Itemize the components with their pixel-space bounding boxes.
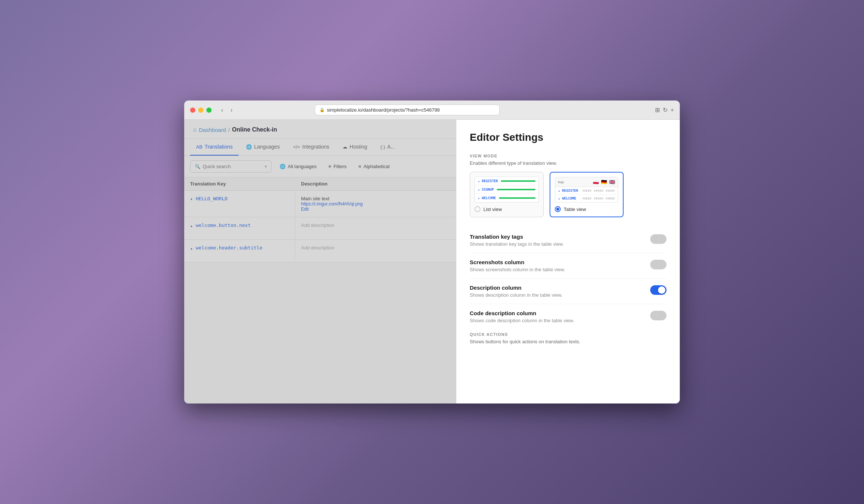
setting-desc-description: Shows description column in the table vi… [470,292,650,298]
list-view-option[interactable]: ▴ REGISTER ▴ SIGNUP ▴ WELCOME [470,172,544,217]
view-mode-options: ▴ REGISTER ▴ SIGNUP ▴ WELCOME [470,172,666,217]
setting-row-tags: Translation key tags Shows translation k… [470,228,666,253]
browser-actions: ⊞ ↻ + [655,106,674,113]
setting-name-code-desc: Code description column [470,310,650,316]
quick-actions-section: QUICK ACTIONS Shows buttons for quick ac… [470,332,666,344]
list-key-signup: ▴ SIGNUP [478,188,494,191]
hosting-tab-icon: ☁ [342,144,347,150]
traffic-lights [190,108,212,113]
table-row: ▴ welcome.header.subtitle Add descriptio… [184,240,456,262]
table-view-label: Table view [564,207,586,212]
expand-icon: ▾ [190,197,193,202]
radio-dot [556,208,559,211]
table-row: ▴ welcome.button.next Add description [184,217,456,240]
cell-desc-welcome-header-subtitle[interactable]: Add description [295,240,456,262]
tbl-key-header: Key [558,180,564,184]
tab-integrations-label: Integrations [302,144,329,150]
list-preview-row: ▴ SIGNUP [475,185,539,194]
tab-hosting[interactable]: ☁ Hosting [337,139,373,156]
list-view-radio[interactable]: List view [475,206,539,212]
list-view-radio-circle [475,206,480,212]
table-preview-header: Key 🇵🇱 🇩🇪 🇬🇧 [555,177,618,187]
forward-button[interactable]: › [228,106,234,114]
table-preview: Key 🇵🇱 🇩🇪 🇬🇧 ▴ REGISTER [555,177,618,202]
new-tab-button[interactable]: + [671,107,674,113]
toggle-knob-description [658,286,665,294]
list-bar-register [501,180,536,182]
search-box[interactable]: 🔍 ▾ [190,160,271,173]
table-view-radio[interactable]: Table view [555,206,618,212]
setting-name-screenshots: Screenshots column [470,259,650,265]
breadcrumb: ⌂ Dashboard / Online Check-in [184,120,456,139]
setting-name-description: Description column [470,285,650,291]
tab-auto-label: A... [387,144,395,150]
setting-info-code-desc: Code description column Shows code descr… [470,310,650,323]
list-preview-row: ▴ WELCOME [475,194,539,202]
auto-tab-icon: (·) [381,144,385,150]
minimize-button[interactable] [198,108,203,113]
key-label-hello-world: HELLO_WORLD [196,196,227,201]
filters-button[interactable]: ≡ Filters [325,161,350,171]
toggle-description[interactable] [650,285,666,295]
row-welcome-button-next: ▴ welcome.button.next Add description [184,217,456,239]
add-desc-welcome-header-subtitle: Add description [301,245,334,251]
tbl-key-welcome: ▴ WELCOME [558,197,580,200]
squiggle-welcome-2 [594,197,603,200]
expand-icon: ▴ [190,246,193,251]
setting-desc-screenshots: Shows screenshots column in the table vi… [470,267,650,272]
tab-languages[interactable]: 🌐 Languages [240,139,286,156]
toggle-code-desc[interactable] [650,311,666,320]
reload-button[interactable]: ↻ [663,106,668,113]
squiggle-welcome-1 [583,197,592,200]
desc-edit-hello-world[interactable]: Edit [301,207,450,212]
table-rows: ▾ HELLO_WORLD Main site text https://i.i… [184,191,456,403]
desc-link-hello-world[interactable]: https://i.imgur.com/fh4HVql.png [301,201,450,207]
toggle-screenshots[interactable] [650,260,666,269]
key-label-welcome-header-subtitle: welcome.header.subtitle [196,245,262,251]
table-view-option[interactable]: Key 🇵🇱 🇩🇪 🇬🇧 ▴ REGISTER [550,172,624,217]
cell-key-welcome-header-subtitle[interactable]: ▴ welcome.header.subtitle [184,240,295,262]
search-input[interactable] [203,164,263,169]
list-key-register: ▴ REGISTER [478,179,498,183]
filter-icon: ≡ [328,164,331,169]
left-panel: ⌂ Dashboard / Online Check-in AB Transla… [184,120,456,403]
breadcrumb-parent[interactable]: Dashboard [199,127,226,133]
toggle-settings: Translation key tags Shows translation k… [470,228,666,329]
cell-key-welcome-button-next[interactable]: ▴ welcome.button.next [184,217,295,239]
close-button[interactable] [190,108,195,113]
address-bar[interactable]: 🔒 simplelocalize.io/dashboard/projects/?… [315,105,500,115]
list-bar-welcome [499,197,536,199]
breadcrumb-separator: / [228,127,230,133]
table-row: ▾ HELLO_WORLD Main site text https://i.i… [184,191,456,217]
tab-auto[interactable]: (·) A... [375,139,401,156]
all-languages-filter[interactable]: 🌐 All languages [276,161,320,171]
toggle-tags[interactable] [650,234,666,244]
cell-desc-welcome-button-next[interactable]: Add description [295,217,456,239]
setting-info-description: Description column Shows description col… [470,285,650,298]
cell-key-hello-world[interactable]: ▾ HELLO_WORLD [184,191,295,217]
translate-icon[interactable]: ⊞ [655,106,660,113]
sort-button[interactable]: ≡ Alphabetical [355,161,393,171]
search-chevron-icon: ▾ [265,164,267,168]
tab-translations-label: Translations [205,144,233,150]
browser-window: ‹ › 🔒 simplelocalize.io/dashboard/projec… [184,101,680,403]
col-desc-header: Description [301,181,450,187]
expand-icon: ▴ [190,223,193,228]
add-desc-welcome-button-next: Add description [301,222,334,228]
squiggle-register-2 [594,190,603,192]
table-view-radio-circle [555,206,561,212]
sort-icon: ≡ [358,164,361,169]
back-button[interactable]: ‹ [219,106,225,114]
table-preview-row-welcome: ▴ WELCOME [555,195,618,202]
setting-desc-code-desc: Shows code description column in the tab… [470,318,650,323]
tab-hosting-label: Hosting [350,144,367,150]
tab-translations[interactable]: AB Translations [190,139,239,156]
setting-row-description: Description column Shows description col… [470,279,666,304]
languages-tab-icon: 🌐 [246,144,252,150]
translations-tab-icon: AB [196,144,202,150]
all-languages-label: All languages [288,164,317,169]
fullscreen-button[interactable] [206,108,212,113]
tab-integrations[interactable]: </> Integrations [287,139,335,156]
setting-row-code-desc: Code description column Shows code descr… [470,304,666,329]
search-icon: 🔍 [195,164,200,169]
